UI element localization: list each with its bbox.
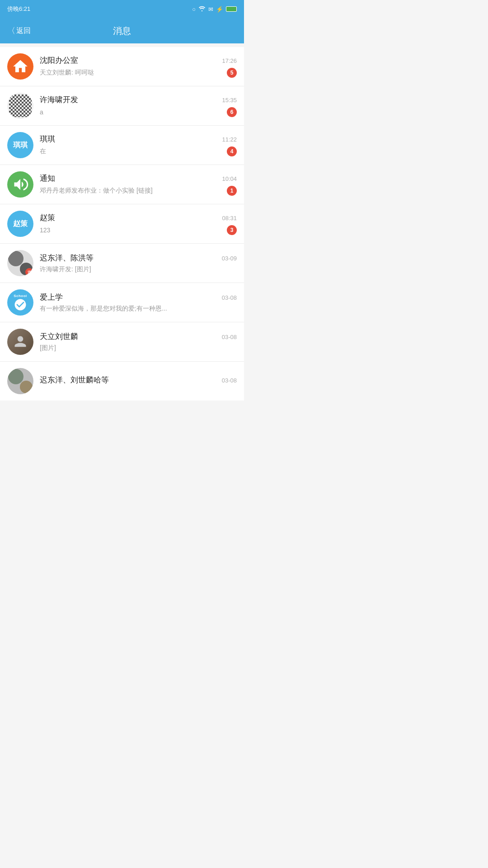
message-time: 17:26 (222, 57, 237, 64)
item-content: 天立刘世麟 03-08 [图片] (40, 331, 237, 352)
message-time: 10:04 (222, 175, 237, 182)
list-item[interactable]: 许海啸开发 15:35 a 6 (0, 86, 244, 126)
message-preview: 123 (40, 226, 222, 234)
list-item[interactable]: 琪琪 琪琪 11:22 在 4 (0, 126, 244, 165)
unread-badge: 1 (227, 186, 237, 196)
contact-name: 沈阳办公室 (40, 55, 78, 66)
list-item[interactable]: 通知 10:04 邓丹丹老师发布作业：做个小实验 [链接] 1 (0, 165, 244, 204)
item-content: 爱上学 03-08 有一种爱深似海，那是您对我的爱;有一种恩... (40, 292, 237, 313)
message-preview: 天立刘世麟: 呵呵哒 (40, 69, 222, 77)
message-time: 03-08 (222, 294, 237, 301)
message-preview: a (40, 108, 222, 116)
message-time: 11:22 (222, 136, 237, 143)
list-item[interactable]: School 爱上学 03-08 有一种爱深似海，那是您对我的爱;有一种恩... (0, 283, 244, 322)
message-preview: 有一种爱深似海，那是您对我的爱;有一种恩... (40, 305, 237, 313)
school-label: School (14, 294, 27, 298)
avatar-text: 琪琪 (13, 141, 28, 150)
unread-badge: 3 (227, 225, 237, 235)
message-list: 沈阳办公室 17:26 天立刘世麟: 呵呵哒 5 许海啸开发 15:35 a 6 (0, 47, 244, 401)
contact-name: 通知 (40, 173, 55, 184)
status-icons: ○ ✉ ⚡ (192, 6, 237, 13)
item-content: 赵策 08:31 123 3 (40, 212, 237, 235)
avatar (7, 53, 33, 80)
contact-name: 爱上学 (40, 292, 63, 302)
item-content: 通知 10:04 邓丹丹老师发布作业：做个小实验 [链接] 1 (40, 173, 237, 196)
message-time: 03-08 (222, 377, 237, 384)
message-preview: 在 (40, 147, 222, 156)
status-time: 傍晚6:21 (7, 5, 30, 13)
avatar: 琪琪 (7, 132, 33, 158)
message-time: 15:35 (222, 97, 237, 104)
back-button[interactable]: 〈 返回 (7, 25, 31, 36)
message-time: 03-08 (222, 334, 237, 340)
avatar: 赵策 (7, 211, 33, 237)
back-label: 返回 (16, 26, 31, 36)
contact-name: 迟东洋、刘世麟哈等 (40, 375, 109, 385)
list-item[interactable]: 洪 迟东洋、陈洪等 03-09 许海啸开发: [图片] (0, 244, 244, 283)
alarm-icon: ○ (192, 6, 196, 13)
contact-name: 迟东洋、陈洪等 (40, 253, 94, 263)
unread-badge: 6 (227, 107, 237, 117)
battery-icon: ⚡ (216, 6, 223, 13)
battery-full-icon (226, 6, 237, 12)
contact-name: 琪琪 (40, 134, 55, 144)
avatar (7, 93, 33, 119)
item-content: 许海啸开发 15:35 a 6 (40, 94, 237, 117)
message-time: 08:31 (222, 215, 237, 222)
item-content: 迟东洋、刘世麟哈等 03-08 (40, 375, 237, 387)
avatar (7, 368, 33, 394)
unread-badge: 5 (227, 68, 237, 78)
header-title: 消息 (113, 25, 131, 37)
wifi-icon (198, 6, 206, 13)
list-item[interactable]: 沈阳办公室 17:26 天立刘世麟: 呵呵哒 5 (0, 47, 244, 86)
item-content: 沈阳办公室 17:26 天立刘世麟: 呵呵哒 5 (40, 55, 237, 78)
avatar: School (7, 289, 33, 316)
avatar (7, 171, 33, 198)
header: 〈 返回 消息 (0, 18, 244, 43)
contact-name: 赵策 (40, 212, 55, 223)
unread-badge: 4 (227, 146, 237, 156)
message-preview: 邓丹丹老师发布作业：做个小实验 [链接] (40, 187, 222, 195)
status-bar: 傍晚6:21 ○ ✉ ⚡ (0, 0, 244, 18)
list-item[interactable]: 天立刘世麟 03-08 [图片] (0, 322, 244, 362)
avatar: 洪 (7, 250, 33, 276)
back-chevron-icon: 〈 (7, 25, 15, 36)
message-preview: 许海啸开发: [图片] (40, 265, 237, 274)
list-item[interactable]: 迟东洋、刘世麟哈等 03-08 (0, 362, 244, 401)
message-preview: [图片] (40, 344, 237, 352)
contact-name: 天立刘世麟 (40, 331, 78, 342)
contact-name: 许海啸开发 (40, 94, 78, 105)
avatar (7, 329, 33, 355)
list-item[interactable]: 赵策 赵策 08:31 123 3 (0, 204, 244, 244)
avatar-text: 赵策 (13, 219, 28, 229)
msg-icon: ✉ (208, 6, 213, 13)
item-content: 迟东洋、陈洪等 03-09 许海啸开发: [图片] (40, 253, 237, 274)
message-time: 03-09 (222, 255, 237, 262)
item-content: 琪琪 11:22 在 4 (40, 134, 237, 156)
